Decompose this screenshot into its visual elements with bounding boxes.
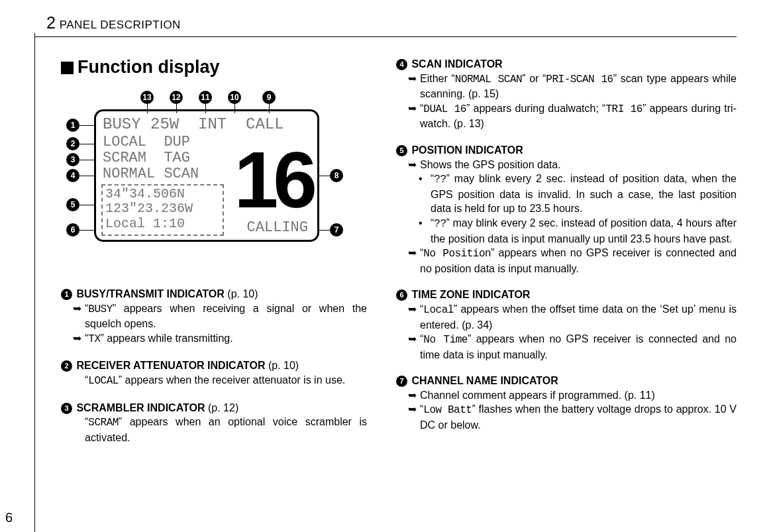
section-title-text: Function display [77, 57, 220, 77]
callout-10: 10 [228, 91, 241, 104]
item-heading: 7 CHANNEL NAME INDICATOR [396, 374, 737, 388]
item-sub-text: “LOCAL” appears when the receiver attenu… [85, 373, 367, 389]
item-number-icon: 4 [396, 59, 407, 70]
section-title: Function display [61, 57, 367, 78]
item-heading: 4 SCAN INDICATOR [396, 57, 737, 72]
item-sub: ➥Channel comment appears if programmed. … [408, 388, 737, 403]
item-sub-text: “??” may blink every 2 sec. instead of p… [431, 216, 737, 246]
item-heading: 5 POSITION INDICATOR [396, 143, 737, 158]
item-sub-text: “Local” appears when the offset time dat… [420, 302, 737, 332]
item-sub: ➥“No Position” appears when no GPS recei… [408, 246, 737, 276]
description-item: 1 BUSY/TRANSMIT INDICATOR (p. 10)➥“BUSY”… [61, 287, 367, 346]
chapter-title: PANEL DESCRIPTION [60, 19, 181, 31]
bullet-icon: • [419, 216, 431, 246]
description-item: 7 CHANNEL NAME INDICATOR➥Channel comment… [396, 374, 737, 432]
left-rule [34, 33, 35, 532]
lcd-channel-number: 16 [234, 134, 312, 225]
callout-9: 9 [262, 91, 276, 104]
item-heading: 3 SCRAMBLER INDICATOR (p. 12) [61, 401, 367, 415]
item-number-icon: 5 [396, 145, 407, 156]
item-sub: ➥“BUSY” appears when receiving a signal … [73, 301, 367, 331]
arrow-icon: ➥ [408, 388, 420, 403]
callout-line [147, 104, 148, 113]
callout-7: 7 [330, 223, 343, 237]
description-item: 5 POSITION INDICATOR➥Shows the GPS posit… [396, 143, 737, 276]
lcd-row-3: SCRAM TAG [103, 150, 190, 166]
callout-12: 12 [170, 91, 183, 104]
chapter-header: 2 PANEL DESCRIPTION [46, 13, 771, 32]
item-title-suffix: (p. 10) [225, 288, 258, 299]
item-number-icon: 6 [396, 290, 407, 301]
arrow-icon: ➥ [408, 158, 420, 172]
item-title: BUSY/TRANSMIT INDICATOR [74, 288, 225, 299]
arrow-icon: ➥ [408, 246, 420, 276]
item-sub: “LOCAL” appears when the receiver attenu… [73, 373, 367, 389]
item-sub-text: “No Position” appears when no GPS receiv… [420, 246, 737, 276]
lcd-row-2: LOCAL DUP [103, 134, 190, 150]
item-title: RECEIVER ATTENUATOR INDICATOR [74, 360, 266, 371]
callout-line [79, 125, 95, 126]
item-sub-text: “TX” appears while transmitting. [85, 331, 367, 347]
arrow-icon: ➥ [73, 301, 85, 331]
lcd-pos-line2: 123"23.236W [105, 201, 220, 216]
indent-spacer [73, 373, 85, 389]
item-heading: 2 RECEIVER ATTENUATOR INDICATOR (p. 10) [61, 358, 367, 373]
item-title: TIME ZONE INDICATOR [409, 289, 530, 300]
lcd-row-1: BUSY 25W INT CALL [103, 115, 284, 133]
left-item-list: 1 BUSY/TRANSMIT INDICATOR (p. 10)➥“BUSY”… [61, 287, 367, 445]
item-sub-text: Either “NORMAL SCAN” or “PRI-SCAN 16” sc… [420, 72, 737, 101]
callout-line [176, 104, 177, 113]
description-item: 6 TIME ZONE INDICATOR➥“Local” appears wh… [396, 288, 737, 362]
item-title-suffix: (p. 12) [205, 402, 239, 413]
item-sub-text: “No Time” appears when no GPS receiver i… [420, 332, 737, 362]
lcd-pos-line1: 34"34.506N [105, 187, 220, 201]
chapter-number: 2 [46, 13, 56, 32]
item-title-suffix: (p. 10) [266, 360, 299, 371]
item-sub: ➥“No Time” appears when no GPS receiver … [408, 332, 737, 362]
page: 2 PANEL DESCRIPTION Function display BUS… [0, 0, 771, 532]
description-item: 4 SCAN INDICATOR➥Either “NORMAL SCAN” or… [396, 57, 737, 131]
item-sub-text: Shows the GPS position data. [420, 158, 737, 172]
left-column: Function display BUSY 25W INT CALL LOCAL… [34, 57, 386, 456]
arrow-icon: ➥ [73, 331, 85, 347]
columns: Function display BUSY 25W INT CALL LOCAL… [34, 57, 737, 456]
callout-line [79, 144, 95, 144]
item-sub: ➥“Low Batt” flashes when the battery vol… [408, 402, 737, 432]
callout-line [79, 160, 95, 160]
callout-line [269, 104, 270, 113]
arrow-icon: ➥ [408, 332, 420, 362]
callout-5: 5 [66, 198, 79, 211]
square-bullet-icon [61, 62, 74, 74]
item-sub: ➥“Local” appears when the offset time da… [408, 302, 737, 332]
item-sub: ➥“DUAL 16” appears during dualwatch; “TR… [408, 101, 737, 131]
callout-line [79, 176, 95, 176]
description-item: 3 SCRAMBLER INDICATOR (p. 12)“SCRAM” app… [61, 401, 367, 445]
callout-line [205, 104, 206, 113]
item-title: CHANNEL NAME INDICATOR [409, 375, 558, 386]
callout-line [234, 104, 235, 113]
lcd-pos-line3: Local 1:10 [105, 217, 220, 231]
callout-line [318, 230, 331, 231]
item-sub-text: “Low Batt” flashes when the battery volt… [420, 402, 737, 432]
callout-4: 4 [66, 169, 79, 182]
item-heading: 1 BUSY/TRANSMIT INDICATOR (p. 10) [61, 287, 367, 301]
item-sub-text: “BUSY” appears when receiving a signal o… [85, 301, 367, 331]
item-sub: ➥“TX” appears while transmitting. [73, 331, 367, 347]
arrow-icon: ➥ [408, 72, 420, 101]
callout-1: 1 [66, 119, 79, 132]
callout-8: 8 [330, 169, 343, 182]
callout-11: 11 [199, 91, 212, 104]
item-sub-text: Channel comment appears if programmed. (… [420, 388, 737, 403]
right-item-list: 4 SCAN INDICATOR➥Either “NORMAL SCAN” or… [396, 57, 737, 433]
item-number-icon: 2 [61, 360, 72, 372]
callout-3: 3 [66, 153, 79, 166]
item-sub: ➥Either “NORMAL SCAN” or “PRI-SCAN 16” s… [408, 72, 737, 101]
item-title: SCAN INDICATOR [409, 58, 503, 70]
item-title: SCRAMBLER INDICATOR [74, 402, 205, 413]
item-sub-text: “DUAL 16” appears during dualwatch; “TRI… [420, 101, 737, 131]
item-number-icon: 3 [61, 403, 72, 414]
item-sub: •“??” may blink every 2 sec. instead of … [419, 172, 737, 216]
lcd-calling: CALLING [247, 219, 308, 236]
callout-6: 6 [66, 223, 79, 237]
arrow-icon: ➥ [408, 302, 420, 332]
